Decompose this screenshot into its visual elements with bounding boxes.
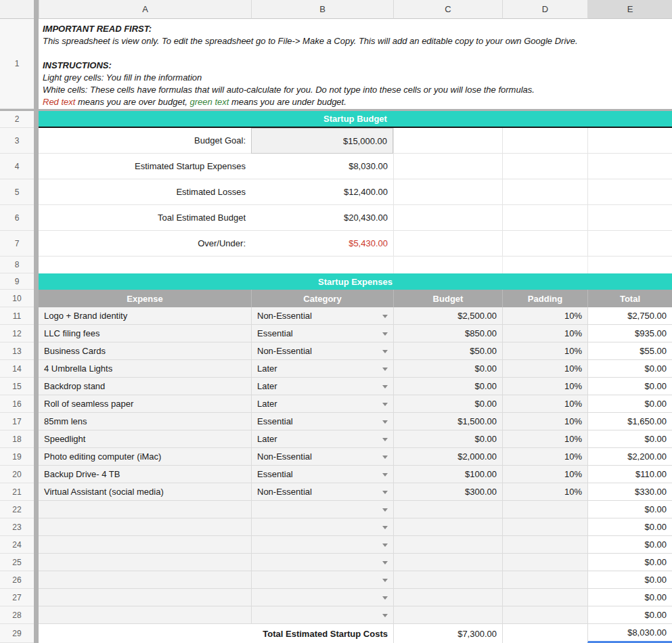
budget-amount-cell[interactable]: $50.00 <box>393 342 502 360</box>
budget-amount-cell[interactable]: $300.00 <box>393 483 502 501</box>
empty-cell[interactable] <box>393 257 502 273</box>
dropdown-arrow-icon[interactable] <box>382 332 388 336</box>
budget-value-cell[interactable]: $12,400.00 <box>251 179 393 205</box>
category-dropdown-cell[interactable]: Non-Essential <box>251 448 393 466</box>
padding-percent-cell[interactable]: 10% <box>502 325 587 342</box>
empty-cell[interactable] <box>502 624 587 643</box>
empty-cell[interactable] <box>587 257 672 273</box>
total-amount-cell[interactable]: $0.00 <box>587 571 672 589</box>
expense-name-cell[interactable]: 4 Umbrella Lights <box>39 360 251 378</box>
expense-name-cell[interactable] <box>39 571 251 589</box>
row-header[interactable]: 29 <box>0 624 34 643</box>
grand-total-cell[interactable]: $8,030.00 <box>587 624 672 643</box>
row-header[interactable]: 1 <box>0 19 34 109</box>
budget-value-cell[interactable]: $8,030.00 <box>251 154 393 179</box>
dropdown-arrow-icon[interactable] <box>382 491 388 494</box>
dropdown-arrow-icon[interactable] <box>382 368 388 371</box>
category-dropdown-cell[interactable]: Essential <box>251 466 393 483</box>
empty-cell[interactable] <box>251 257 393 273</box>
expenses-section-title[interactable]: Startup Expenses <box>39 273 672 290</box>
category-dropdown-cell[interactable]: Later <box>251 360 393 378</box>
budget-amount-cell[interactable] <box>393 606 502 624</box>
row-header[interactable]: 23 <box>0 518 34 536</box>
category-column-header[interactable]: Category <box>251 290 393 307</box>
expense-name-cell[interactable]: 85mm lens <box>39 413 251 430</box>
padding-percent-cell[interactable]: 10% <box>502 342 587 360</box>
dropdown-arrow-icon[interactable] <box>382 561 388 564</box>
row-header[interactable]: 6 <box>0 205 34 231</box>
row-header[interactable]: 18 <box>0 430 34 448</box>
expense-column-header[interactable]: Expense <box>39 290 251 307</box>
budget-amount-cell[interactable]: $0.00 <box>393 430 502 448</box>
total-amount-cell[interactable]: $2,750.00 <box>587 307 672 325</box>
row-header[interactable]: 5 <box>0 179 34 205</box>
expense-name-cell[interactable] <box>39 518 251 536</box>
total-amount-cell[interactable]: $0.00 <box>587 536 672 554</box>
expense-name-cell[interactable]: Photo editing computer (iMac) <box>39 448 251 466</box>
budget-amount-cell[interactable] <box>393 589 502 606</box>
empty-cell[interactable] <box>502 205 587 231</box>
total-amount-cell[interactable]: $1,650.00 <box>587 413 672 430</box>
row-header[interactable]: 13 <box>0 342 34 360</box>
budget-amount-cell[interactable]: $1,500.00 <box>393 413 502 430</box>
expense-name-cell[interactable]: Roll of seamless paper <box>39 395 251 413</box>
dropdown-arrow-icon[interactable] <box>382 508 388 512</box>
column-header-d[interactable]: D <box>502 0 587 19</box>
expense-name-cell[interactable]: Backup Drive- 4 TB <box>39 466 251 483</box>
padding-percent-cell[interactable]: 10% <box>502 430 587 448</box>
total-amount-cell[interactable]: $0.00 <box>587 360 672 378</box>
empty-cell[interactable] <box>393 205 502 231</box>
row-header[interactable]: 10 <box>0 290 34 307</box>
corner-select-all-box[interactable] <box>0 0 34 19</box>
padding-percent-cell[interactable]: 10% <box>502 395 587 413</box>
budget-total-cell[interactable]: $7,300.00 <box>393 624 502 643</box>
expense-name-cell[interactable] <box>39 589 251 606</box>
category-dropdown-cell[interactable]: Non-Essential <box>251 342 393 360</box>
instructions-cell[interactable]: IMPORTANT READ FIRST: This spreadsheet i… <box>39 19 672 109</box>
total-amount-cell[interactable]: $0.00 <box>587 589 672 606</box>
empty-cell[interactable] <box>587 205 672 231</box>
row-header[interactable]: 11 <box>0 307 34 325</box>
budget-amount-cell[interactable] <box>393 518 502 536</box>
padding-percent-cell[interactable]: 10% <box>502 413 587 430</box>
row-header[interactable]: 8 <box>0 257 34 273</box>
row-header[interactable]: 26 <box>0 571 34 589</box>
dropdown-arrow-icon[interactable] <box>382 350 388 353</box>
budget-amount-cell[interactable]: $2,500.00 <box>393 307 502 325</box>
dropdown-arrow-icon[interactable] <box>382 526 388 529</box>
row-header[interactable]: 21 <box>0 483 34 501</box>
empty-cell[interactable] <box>393 179 502 205</box>
budget-section-title[interactable]: Startup Budget <box>39 111 672 128</box>
dropdown-arrow-icon[interactable] <box>382 544 388 547</box>
empty-cell[interactable] <box>587 128 672 154</box>
category-dropdown-cell[interactable]: Non-Essential <box>251 307 393 325</box>
padding-column-header[interactable]: Padding <box>502 290 587 307</box>
budget-amount-cell[interactable]: $100.00 <box>393 466 502 483</box>
column-header-c[interactable]: C <box>393 0 502 19</box>
empty-cell[interactable] <box>502 154 587 179</box>
expense-name-cell[interactable]: Backdrop stand <box>39 378 251 395</box>
total-amount-cell[interactable]: $0.00 <box>587 501 672 518</box>
category-dropdown-cell[interactable]: Later <box>251 430 393 448</box>
category-dropdown-cell[interactable] <box>251 589 393 606</box>
padding-percent-cell[interactable]: 10% <box>502 483 587 501</box>
padding-percent-cell[interactable] <box>502 554 587 571</box>
expense-name-cell[interactable] <box>39 554 251 571</box>
expense-name-cell[interactable] <box>39 606 251 624</box>
padding-percent-cell[interactable]: 10% <box>502 448 587 466</box>
empty-cell[interactable] <box>39 257 251 273</box>
budget-label-cell[interactable]: Estimated Startup Expenses <box>39 154 251 179</box>
row-header[interactable]: 7 <box>0 231 34 257</box>
dropdown-arrow-icon[interactable] <box>382 473 388 476</box>
row-header[interactable]: 12 <box>0 325 34 342</box>
row-header[interactable]: 14 <box>0 360 34 378</box>
budget-value-cell[interactable]: $5,430.00 <box>251 231 393 257</box>
dropdown-arrow-icon[interactable] <box>382 456 388 459</box>
category-dropdown-cell[interactable]: Later <box>251 378 393 395</box>
budget-column-header[interactable]: Budget <box>393 290 502 307</box>
dropdown-arrow-icon[interactable] <box>382 596 388 600</box>
row-header[interactable]: 17 <box>0 413 34 430</box>
padding-percent-cell[interactable] <box>502 518 587 536</box>
budget-label-cell[interactable]: Toal Estimated Budget <box>39 205 251 231</box>
empty-cell[interactable] <box>393 231 502 257</box>
